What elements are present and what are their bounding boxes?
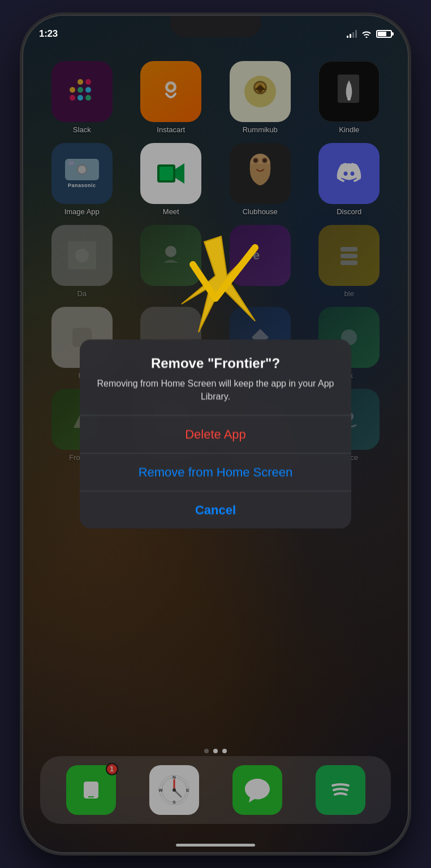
signal-icon [347, 30, 357, 38]
status-time: 1:23 [39, 28, 58, 40]
status-icons [347, 30, 392, 38]
signal-bar-1 [347, 36, 348, 38]
signal-bar-4 [355, 30, 357, 38]
remove-from-homescreen-button[interactable]: Remove from Home Screen [80, 453, 351, 491]
cancel-button[interactable]: Cancel [80, 491, 351, 528]
wifi-icon [361, 30, 372, 38]
alert-title: Remove "Frontier"? [93, 354, 338, 372]
alert-dialog: Remove "Frontier"? Removing from Home Sc… [80, 340, 351, 529]
battery-fill [378, 32, 386, 36]
alert-content: Remove "Frontier"? Removing from Home Sc… [80, 340, 351, 415]
status-bar: 1:23 [23, 16, 408, 45]
phone-screen: 1:23 [23, 16, 408, 852]
signal-bar-3 [352, 32, 354, 38]
signal-bar-2 [350, 34, 351, 38]
battery-icon [376, 30, 392, 38]
alert-message: Removing from Home Screen will keep the … [93, 377, 338, 415]
delete-app-button[interactable]: Delete App [80, 415, 351, 453]
phone-frame: 1:23 [23, 16, 408, 852]
